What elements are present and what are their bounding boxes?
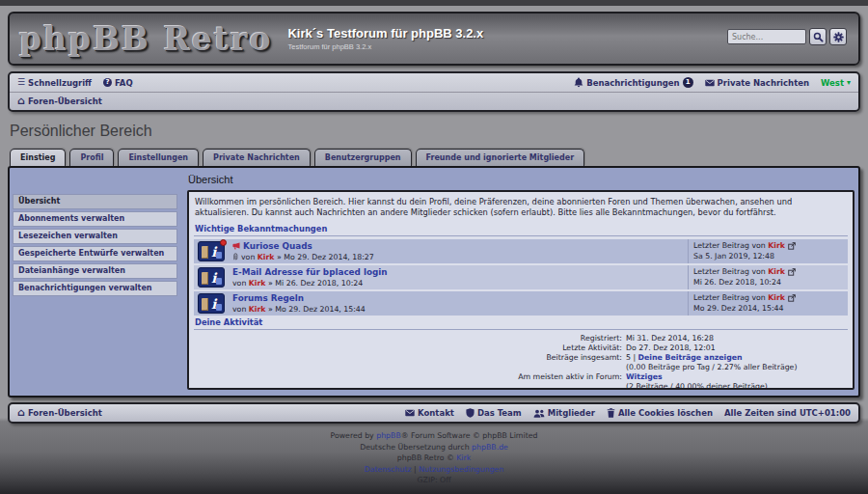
goto-post-icon[interactable] xyxy=(788,268,796,276)
chevron-down-icon: ▾ xyxy=(847,79,851,87)
credit-line-powered: Powered by phpBB® Forum Software © phpBB… xyxy=(8,430,860,442)
sidebar-item-abonnements[interactable]: Abonnements verwalten xyxy=(13,211,177,227)
notification-count-badge: 1 xyxy=(683,77,693,88)
stat-value: Mi 31. Dez 2014, 16:28 xyxy=(626,334,714,343)
tab-private-nachrichten[interactable]: Private Nachrichten xyxy=(203,149,311,166)
notifications-link[interactable]: Benachrichtigungen 1 xyxy=(574,77,692,88)
last-post-author-link[interactable]: Kirk xyxy=(768,293,785,302)
breadcrumb-home-link[interactable]: ⌂ Foren-Übersicht xyxy=(17,96,102,106)
last-post-author-link[interactable]: Kirk xyxy=(768,241,785,250)
members-link[interactable]: Mitglieder xyxy=(533,408,595,418)
search-submit-button[interactable] xyxy=(809,28,827,45)
last-post-cell: Letzter Beitrag von Kirk Mo 29. Dez 2014… xyxy=(688,291,848,316)
panel-heading: Übersicht xyxy=(188,174,854,185)
home-icon: ⌂ xyxy=(17,96,25,106)
topic-icon: i xyxy=(194,239,229,263)
stat-label: Beiträge insgesamt: xyxy=(194,353,626,372)
sidebar-item-entwuerfe[interactable]: Gespeicherte Entwürfe verwalten xyxy=(13,246,177,261)
announcements-heading-link[interactable]: Wichtige Bekanntmachungen xyxy=(194,224,848,236)
envelope-icon xyxy=(405,409,415,417)
sidebar-item-dateianhaenge[interactable]: Dateianhänge verwalten xyxy=(13,263,177,279)
paperclip-icon xyxy=(232,253,239,261)
search-bar xyxy=(727,28,847,45)
topic-title-link[interactable]: E-Mail Adresse für bplaced login xyxy=(232,267,388,277)
author-link[interactable]: Kirk xyxy=(258,253,275,261)
tab-profil[interactable]: Profil xyxy=(69,149,114,166)
footer-home-link[interactable]: ⌂ Foren-Übersicht xyxy=(17,408,102,418)
question-icon: ? xyxy=(103,78,112,87)
users-icon xyxy=(533,409,545,418)
bell-icon xyxy=(574,77,583,88)
activity-stats: Registriert: Mi 31. Dez 2014, 16:28 Letz… xyxy=(194,334,848,390)
sidebar-item-benachrichtigungen[interactable]: Benachrichtigungen verwalten xyxy=(13,281,177,296)
site-header: phpBB Retro Kirk´s Testforum für phpBB 3… xyxy=(8,12,860,66)
goto-post-icon[interactable] xyxy=(788,242,796,250)
stat-value: Witziges (2 Beiträge / 40.00% deiner Bei… xyxy=(626,372,768,390)
ucp-sidebar: Übersicht Abonnements verwalten Lesezeic… xyxy=(13,194,177,298)
site-description: Testforum für phpBB 3.2.x xyxy=(287,42,483,51)
terms-link[interactable]: Nutzungsbedingungen xyxy=(419,465,503,474)
active-forum-link[interactable]: Witziges xyxy=(626,372,663,381)
tab-freunde[interactable]: Freunde und ignorierte Mitglieder xyxy=(416,149,585,166)
welcome-text: Willkommen im persönlichen Bereich. Hier… xyxy=(195,197,847,218)
announcement-row: i E-Mail Adresse für bplaced login von K… xyxy=(194,265,848,289)
announcement-icon xyxy=(232,242,240,250)
navbar: ☰ Schnellzugriff ? FAQ Benachrichtigunge… xyxy=(8,71,860,112)
topic-title-link[interactable]: Forums Regeln xyxy=(232,293,304,303)
topic-title-link[interactable]: Kuriose Quads xyxy=(243,241,312,251)
home-icon: ⌂ xyxy=(17,407,25,418)
author-link[interactable]: Kirk xyxy=(249,279,266,288)
page: phpBB Retro Kirk´s Testforum für phpBB 3… xyxy=(0,0,868,486)
stat-label: Letzte Aktivität: xyxy=(194,343,626,353)
unread-dot-icon xyxy=(220,239,227,246)
private-messages-link[interactable]: Private Nachrichten xyxy=(705,78,809,88)
quick-links-menu[interactable]: ☰ Schnellzugriff xyxy=(17,78,92,88)
user-menu[interactable]: West ▾ xyxy=(821,78,851,88)
phpbb-link[interactable]: phpBB xyxy=(376,431,401,440)
breadcrumb: ⌂ Foren-Übersicht xyxy=(10,92,858,110)
stat-label: Registriert: xyxy=(194,334,626,343)
tab-einstellungen[interactable]: Einstellungen xyxy=(118,149,199,166)
last-post-author-link[interactable]: Kirk xyxy=(768,267,785,276)
ucp-content: Übersicht Willkommen im persönlichen Ber… xyxy=(180,168,858,394)
delete-cookies-link[interactable]: Alle Cookies löschen xyxy=(607,408,713,418)
team-link[interactable]: Das Team xyxy=(466,408,522,418)
gear-icon xyxy=(833,32,844,42)
credit-line-legal: Datenschutz | Nutzungsbedingungen xyxy=(8,464,860,476)
goto-post-icon[interactable] xyxy=(788,294,796,302)
credit-line-translation: Deutsche Übersetzung durch phpBB.de xyxy=(8,442,860,453)
overview-box: Willkommen im persönlichen Bereich. Hier… xyxy=(187,190,854,390)
phpbb-de-link[interactable]: phpBB.de xyxy=(472,443,508,452)
author-link[interactable]: Kirk xyxy=(249,305,266,314)
privacy-link[interactable]: Datenschutz xyxy=(365,465,412,474)
search-options-button[interactable] xyxy=(829,28,847,45)
credit-line-style: phpBB Retro © Kirk xyxy=(8,453,860,464)
username: West xyxy=(821,78,844,88)
site-logo[interactable]: phpBB Retro xyxy=(19,20,272,58)
site-meta: Kirk´s Testforum für phpBB 3.2.x Testfor… xyxy=(287,26,483,51)
page-title: Persönlicher Bereich xyxy=(10,123,860,140)
show-posts-link[interactable]: Deine Beiträge anzeigen xyxy=(638,353,743,362)
announcement-row: i Kuriose Quads xyxy=(194,239,848,263)
tab-bar: Einstieg Profil Einstellungen Private Na… xyxy=(10,149,860,166)
site-credits: Powered by phpBB® Forum Software © phpBB… xyxy=(8,424,860,486)
envelope-icon xyxy=(705,79,715,87)
topic-icon: i xyxy=(194,291,229,316)
sidebar-item-uebersicht[interactable]: Übersicht xyxy=(13,194,177,209)
timezone-text: Alle Zeiten sind UTC+01:00 xyxy=(724,408,851,418)
tab-benutzergruppen[interactable]: Benutzergruppen xyxy=(314,149,412,166)
stat-value: 5 | Deine Beiträge anzeigen (0.00 Beiträ… xyxy=(626,353,797,372)
activity-heading-link[interactable]: Deine Aktivität xyxy=(194,317,848,330)
hamburger-icon: ☰ xyxy=(17,78,25,87)
style-author-link[interactable]: Kirk xyxy=(456,453,471,462)
search-input[interactable] xyxy=(727,29,806,44)
announcement-row: i Forums Regeln von Kirk » Mo 29. Dez 20… xyxy=(194,291,848,316)
site-title: Kirk´s Testforum für phpBB 3.2.x xyxy=(287,26,483,41)
credit-line-gzip: GZIP: Off xyxy=(8,475,860,486)
sidebar-item-lesezeichen[interactable]: Lesezeichen verwalten xyxy=(13,229,177,244)
faq-link[interactable]: ? FAQ xyxy=(103,78,133,88)
contact-link[interactable]: Kontakt xyxy=(405,408,454,418)
trash-icon xyxy=(607,408,615,418)
tab-einstieg[interactable]: Einstieg xyxy=(10,149,66,166)
stat-label: Am meisten aktiv in Forum: xyxy=(194,372,626,390)
